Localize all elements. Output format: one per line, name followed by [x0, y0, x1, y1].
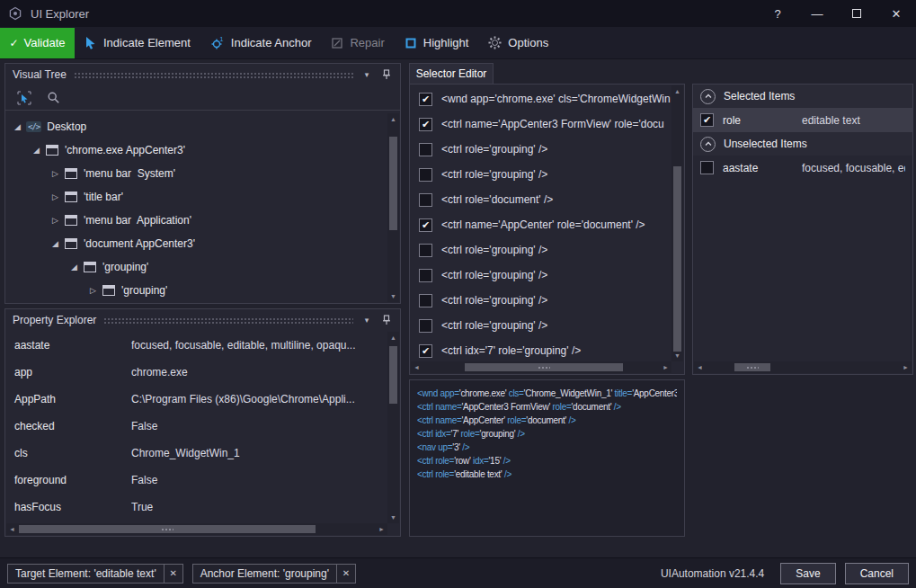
- indicate-element-button[interactable]: Indicate Element: [75, 27, 200, 58]
- tree-item[interactable]: ▷'grouping': [5, 279, 387, 302]
- attribute-row[interactable]: ✔roleeditable text: [693, 108, 912, 132]
- property-row[interactable]: hasFocusTrue: [5, 494, 387, 521]
- scroll-up-button[interactable]: ▲: [671, 85, 683, 97]
- node-checkbox[interactable]: [419, 319, 432, 333]
- tree-item[interactable]: ▷'menu bar Application': [5, 209, 387, 232]
- selector-node-row[interactable]: <ctrl role='grouping' />: [410, 313, 671, 338]
- node-checkbox[interactable]: [419, 269, 432, 282]
- visual-tree-list: ◢</>Desktop◢'chrome.exe AppCenter3'▷'men…: [5, 112, 387, 302]
- property-explorer-title: Property Explorer: [13, 314, 96, 326]
- scrollbar-thumb[interactable]: [465, 363, 623, 371]
- scroll-up-button[interactable]: ▲: [387, 113, 399, 125]
- node-checkbox[interactable]: [419, 168, 432, 182]
- scroll-up-button[interactable]: ▲: [387, 332, 399, 343]
- tree-item[interactable]: ▷'menu bar System': [5, 162, 387, 185]
- pin-icon[interactable]: [380, 67, 393, 82]
- indicate-anchor-button[interactable]: 1 Indicate Anchor: [200, 27, 322, 58]
- tab-selector-editor[interactable]: Selector Editor: [409, 63, 494, 84]
- highlight-button[interactable]: Highlight: [395, 27, 479, 58]
- node-checkbox[interactable]: [419, 143, 432, 156]
- anchor-element-clear-button[interactable]: ✕: [337, 564, 356, 584]
- validate-button[interactable]: ✓ Validate: [0, 28, 75, 58]
- collapse-expander-icon[interactable]: ◢: [30, 146, 43, 155]
- tree-item[interactable]: ◢'document AppCenter3': [5, 232, 387, 255]
- minimize-button[interactable]: —: [797, 0, 837, 27]
- collapse-expander-icon[interactable]: ◢: [49, 239, 62, 248]
- maximize-button[interactable]: [837, 0, 876, 27]
- selector-node-row[interactable]: ✔<wnd app='chrome.exe' cls='ChromeWidget…: [410, 86, 671, 111]
- collapse-expander-icon[interactable]: ◢: [11, 122, 24, 131]
- selector-vertical-scrollbar[interactable]: ▲ ▼: [671, 85, 683, 361]
- scroll-right-button[interactable]: ►: [660, 361, 671, 373]
- selector-node-row[interactable]: <ctrl role='grouping' />: [410, 237, 671, 263]
- panel-menu-caret-icon[interactable]: ▾: [360, 67, 373, 82]
- scroll-down-button[interactable]: ▼: [387, 512, 399, 523]
- tree-item[interactable]: ◢'grouping': [5, 255, 387, 279]
- collapse-selected-button[interactable]: [700, 89, 716, 104]
- selector-node-row[interactable]: <ctrl role='grouping' />: [410, 263, 671, 288]
- selector-node-row[interactable]: <ctrl role='grouping' />: [410, 162, 671, 187]
- property-horizontal-scrollbar[interactable]: ◄ ►: [6, 523, 387, 535]
- scroll-right-button[interactable]: ►: [900, 361, 912, 373]
- scrollbar-thumb[interactable]: [389, 346, 397, 404]
- scroll-left-button[interactable]: ◄: [694, 361, 706, 373]
- scroll-down-button[interactable]: ▼: [671, 350, 683, 361]
- attributes-horizontal-scrollbar[interactable]: ◄ ►: [694, 361, 912, 373]
- property-vertical-scrollbar[interactable]: ▲ ▼: [387, 332, 399, 523]
- property-row[interactable]: checkedFalse: [5, 413, 387, 440]
- collapse-expander-icon[interactable]: ◢: [67, 263, 81, 272]
- selector-node-row[interactable]: <ctrl role='grouping' />: [410, 137, 671, 162]
- collapse-unselected-button[interactable]: [700, 137, 716, 152]
- selector-node-row[interactable]: <ctrl role='document' />: [410, 187, 671, 212]
- attribute-checkbox[interactable]: ✔: [700, 113, 714, 127]
- selector-node-row[interactable]: ✔<ctrl name='AppCenter3 FormView' role='…: [410, 111, 671, 137]
- property-row[interactable]: aastatefocused, focusable, editable, mul…: [5, 332, 387, 359]
- panel-menu-caret-icon[interactable]: ▾: [360, 313, 373, 327]
- options-button[interactable]: Options: [478, 27, 558, 58]
- expand-expander-icon[interactable]: ▷: [49, 216, 62, 225]
- node-checkbox[interactable]: [419, 294, 432, 307]
- property-row[interactable]: foregroundFalse: [5, 467, 387, 494]
- expand-expander-icon[interactable]: ▷: [86, 286, 100, 295]
- selector-horizontal-scrollbar[interactable]: ◄ ►: [411, 361, 671, 373]
- scroll-left-button[interactable]: ◄: [6, 523, 18, 535]
- cancel-button[interactable]: Cancel: [845, 563, 909, 584]
- scrollbar-thumb[interactable]: [19, 525, 316, 533]
- scroll-down-button[interactable]: ▼: [387, 290, 399, 302]
- scrollbar-thumb[interactable]: [389, 137, 397, 230]
- repair-button[interactable]: Repair: [321, 27, 394, 58]
- attribute-checkbox[interactable]: [700, 161, 714, 174]
- target-element-clear-button[interactable]: ✕: [165, 564, 183, 584]
- property-row[interactable]: clsChrome_WidgetWin_1: [5, 440, 387, 467]
- selector-text[interactable]: <wnd app='chrome.exe' cls='Chrome_Widget…: [409, 379, 685, 537]
- scroll-left-button[interactable]: ◄: [411, 361, 422, 373]
- scrollbar-thumb[interactable]: [734, 363, 770, 371]
- indicate-on-screen-icon[interactable]: [14, 88, 34, 108]
- visual-tree-vertical-scrollbar[interactable]: ▲ ▼: [387, 113, 399, 302]
- node-checkbox[interactable]: ✔: [419, 118, 432, 131]
- node-checkbox[interactable]: ✔: [419, 93, 432, 106]
- selector-node-row[interactable]: ✔<ctrl name='AppCenter' role='document' …: [410, 212, 671, 237]
- property-row[interactable]: AppPathC:\Program Files (x86)\Google\Chr…: [5, 386, 387, 413]
- selector-node-row[interactable]: <ctrl role='grouping' />: [410, 288, 671, 313]
- selector-node-row[interactable]: ✔<ctrl idx='7' role='grouping' />: [410, 338, 671, 361]
- property-row[interactable]: appchrome.exe: [5, 359, 387, 386]
- expand-expander-icon[interactable]: ▷: [49, 192, 62, 201]
- expand-expander-icon[interactable]: ▷: [49, 169, 62, 178]
- tree-item[interactable]: ◢</>Desktop: [5, 115, 387, 138]
- highlight-icon: [405, 37, 417, 49]
- node-checkbox[interactable]: ✔: [419, 344, 432, 358]
- scroll-right-button[interactable]: ►: [376, 523, 387, 535]
- scrollbar-thumb[interactable]: [673, 166, 681, 352]
- search-icon[interactable]: [43, 88, 63, 108]
- pin-icon[interactable]: [380, 313, 393, 327]
- attribute-row[interactable]: aastatefocused, focusable, edit: [693, 156, 912, 180]
- close-button[interactable]: ✕: [876, 0, 916, 27]
- node-checkbox[interactable]: [419, 193, 432, 207]
- help-button[interactable]: ?: [758, 0, 797, 27]
- tree-item[interactable]: ◢'chrome.exe AppCenter3': [5, 138, 387, 162]
- tree-item[interactable]: ▷'title bar': [5, 185, 387, 209]
- node-checkbox[interactable]: ✔: [419, 218, 432, 232]
- save-button[interactable]: Save: [780, 563, 835, 584]
- node-checkbox[interactable]: [419, 244, 432, 257]
